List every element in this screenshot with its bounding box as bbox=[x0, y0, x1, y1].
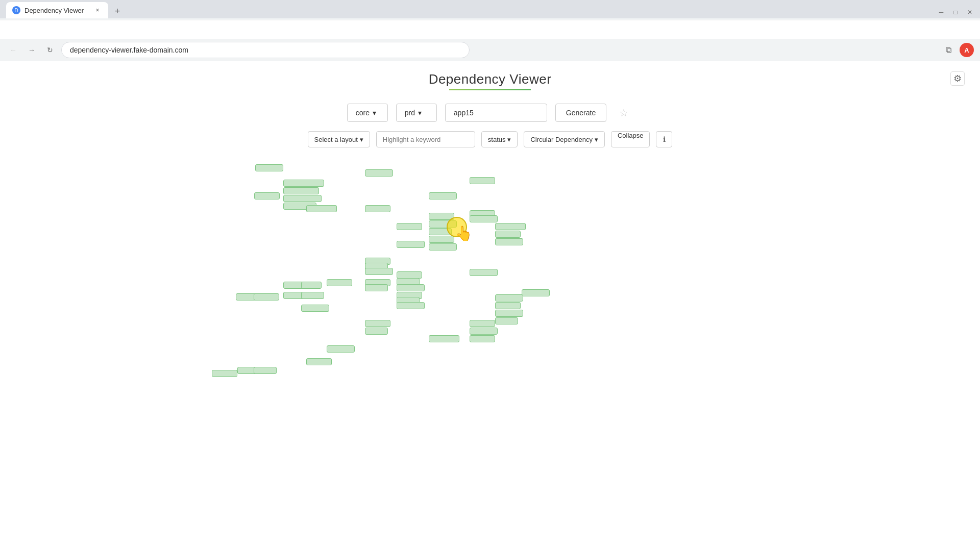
graph-node[interactable] bbox=[306, 358, 332, 365]
graph-node[interactable] bbox=[283, 195, 322, 202]
info-button[interactable]: ℹ bbox=[656, 131, 672, 147]
close-window-button[interactable]: ✕ bbox=[966, 8, 974, 16]
graph-node[interactable] bbox=[495, 310, 523, 317]
graph-node[interactable] bbox=[327, 279, 352, 286]
graph-node[interactable] bbox=[429, 220, 457, 228]
graph-node[interactable] bbox=[470, 269, 498, 276]
address-bar: ← → ↻ dependency-viewer.fake-domain.com … bbox=[0, 39, 980, 61]
graph-node[interactable] bbox=[397, 223, 422, 230]
title-bar: D Dependency Viewer × + ─ □ ✕ bbox=[0, 0, 980, 20]
layout-label: Select a layout bbox=[314, 136, 358, 143]
graph-node[interactable] bbox=[365, 328, 388, 335]
graph-node[interactable] bbox=[365, 284, 388, 291]
layout-dropdown[interactable]: Select a layout ▾ bbox=[308, 131, 370, 147]
profile-icon[interactable]: A bbox=[960, 43, 974, 57]
title-underline bbox=[449, 89, 531, 90]
status-arrow: ▾ bbox=[507, 136, 511, 143]
generate-button[interactable]: Generate bbox=[555, 104, 606, 122]
maximize-button[interactable]: □ bbox=[951, 8, 960, 16]
graph-node[interactable] bbox=[301, 292, 324, 299]
circular-dependency-dropdown[interactable]: Circular Dependency ▾ bbox=[524, 131, 604, 147]
graph-node[interactable] bbox=[495, 238, 523, 245]
forward-button[interactable]: → bbox=[24, 43, 39, 57]
graph-node[interactable] bbox=[495, 294, 523, 302]
graph-node[interactable] bbox=[429, 236, 454, 243]
active-tab[interactable]: D Dependency Viewer × bbox=[6, 2, 108, 18]
graph-node[interactable] bbox=[495, 231, 521, 238]
graph-node[interactable] bbox=[429, 213, 454, 220]
tab-favicon: D bbox=[12, 6, 20, 14]
url-bar[interactable]: dependency-viewer.fake-domain.com bbox=[61, 42, 470, 58]
graph-node[interactable] bbox=[212, 370, 237, 377]
new-tab-button[interactable]: + bbox=[110, 4, 125, 18]
graph-node[interactable] bbox=[301, 305, 329, 312]
graph-node[interactable] bbox=[301, 282, 322, 289]
url-text: dependency-viewer.fake-domain.com bbox=[70, 46, 188, 54]
graph-node[interactable] bbox=[429, 335, 459, 342]
env-arrow: ▾ bbox=[418, 109, 422, 117]
graph-node[interactable] bbox=[365, 205, 390, 212]
graph-node[interactable] bbox=[397, 302, 425, 309]
graph-node[interactable] bbox=[306, 205, 337, 212]
graph-node[interactable] bbox=[255, 164, 283, 171]
graph-node[interactable] bbox=[365, 320, 390, 327]
circular-label: Circular Dependency bbox=[530, 136, 592, 143]
status-label: status bbox=[488, 136, 506, 143]
graph-node[interactable] bbox=[283, 187, 319, 194]
graph-node[interactable] bbox=[495, 302, 521, 309]
app-input[interactable] bbox=[445, 104, 547, 122]
minimize-button[interactable]: ─ bbox=[937, 8, 945, 16]
graph-node[interactable] bbox=[470, 320, 495, 327]
refresh-button[interactable]: ↻ bbox=[43, 43, 57, 57]
namespace-label: core bbox=[356, 109, 370, 117]
graph-area[interactable] bbox=[0, 152, 980, 551]
tab-title: Dependency Viewer bbox=[24, 7, 84, 14]
collapse-button[interactable]: Collapse bbox=[611, 131, 650, 147]
controls-row: core ▾ prd ▾ Generate ☆ bbox=[0, 95, 980, 127]
graph-node[interactable] bbox=[397, 284, 425, 291]
filter-row: Select a layout ▾ status ▾ Circular Depe… bbox=[0, 127, 980, 152]
browser-chrome: D Dependency Viewer × + ─ □ ✕ ← → ↻ depe… bbox=[0, 0, 980, 61]
graph-node[interactable] bbox=[470, 177, 495, 184]
env-dropdown[interactable]: prd ▾ bbox=[396, 104, 437, 122]
graph-node[interactable] bbox=[470, 335, 495, 342]
page-content: Dependency Viewer ⚙ core ▾ prd ▾ Generat… bbox=[0, 61, 980, 551]
app-header: Dependency Viewer ⚙ bbox=[0, 61, 980, 95]
namespace-arrow: ▾ bbox=[373, 109, 376, 117]
tab-bar: D Dependency Viewer × + ─ □ ✕ bbox=[0, 0, 980, 18]
tab-close-button[interactable]: × bbox=[93, 6, 102, 15]
graph-node[interactable] bbox=[283, 180, 324, 187]
layout-arrow: ▾ bbox=[360, 136, 363, 143]
graph-node[interactable] bbox=[254, 293, 279, 300]
graph-node[interactable] bbox=[470, 328, 498, 335]
app-title: Dependency Viewer bbox=[0, 71, 980, 87]
settings-icon[interactable]: ⚙ bbox=[950, 71, 965, 86]
status-dropdown[interactable]: status ▾ bbox=[481, 131, 518, 147]
favorite-button[interactable]: ☆ bbox=[615, 104, 633, 122]
toolbar-right: ⧉ A bbox=[941, 43, 974, 57]
graph-node[interactable] bbox=[254, 367, 277, 374]
graph-node[interactable] bbox=[429, 228, 452, 235]
circular-arrow: ▾ bbox=[595, 136, 598, 143]
graph-node[interactable] bbox=[495, 223, 526, 230]
graph-node[interactable] bbox=[397, 241, 425, 248]
graph-node[interactable] bbox=[522, 289, 550, 296]
graph-node[interactable] bbox=[365, 268, 393, 275]
env-label: prd bbox=[405, 109, 415, 117]
graph-node[interactable] bbox=[327, 345, 355, 353]
extensions-button[interactable]: ⧉ bbox=[941, 43, 955, 57]
keyword-input[interactable] bbox=[376, 131, 475, 147]
graph-node[interactable] bbox=[429, 243, 457, 251]
graph-node[interactable] bbox=[254, 192, 280, 199]
graph-node[interactable] bbox=[365, 169, 393, 177]
graph-node[interactable] bbox=[495, 317, 518, 324]
graph-node[interactable] bbox=[429, 192, 457, 199]
namespace-dropdown[interactable]: core ▾ bbox=[347, 104, 388, 122]
graph-node[interactable] bbox=[470, 215, 498, 222]
back-button[interactable]: ← bbox=[6, 43, 20, 57]
graph-node[interactable] bbox=[397, 271, 422, 279]
